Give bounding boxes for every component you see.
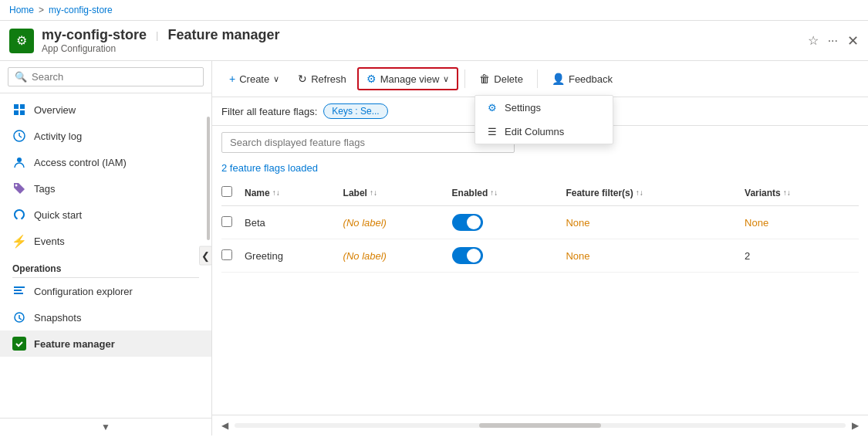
- sidebar-scrollbar[interactable]: [207, 117, 210, 240]
- enabled-toggle-greeting[interactable]: [452, 247, 483, 264]
- svg-rect-2: [14, 110, 19, 115]
- flag-label-beta: (No label): [343, 217, 387, 229]
- select-all-checkbox[interactable]: [221, 186, 232, 197]
- sidebar-item-label: Activity log: [34, 130, 82, 142]
- enabled-column-header[interactable]: Enabled ↑↓: [452, 188, 498, 198]
- sidebar-item-label: Events: [34, 236, 65, 247]
- feedback-icon: 👤: [552, 73, 565, 85]
- feature-filters-sort-icon: ↑↓: [636, 188, 643, 197]
- gear-icon: ⚙: [366, 73, 377, 85]
- scroll-track[interactable]: [235, 423, 846, 428]
- svg-rect-9: [14, 286, 25, 288]
- name-column-header[interactable]: Name ↑↓: [245, 188, 280, 198]
- edit-columns-icon: ☰: [488, 126, 497, 137]
- sidebar-scroll-down[interactable]: ▼: [0, 418, 211, 436]
- scroll-thumb: [479, 423, 601, 428]
- header-divider: |: [156, 29, 158, 41]
- variants-beta: None: [745, 217, 768, 229]
- svg-rect-13: [14, 338, 25, 349]
- feature-filters-column-header[interactable]: Feature filter(s) ↑↓: [566, 188, 643, 198]
- toolbar-separator-1: [464, 69, 465, 88]
- configuration-explorer-icon: [12, 284, 26, 298]
- breadcrumb-separator: >: [39, 5, 44, 15]
- feature-flags-table: Name ↑↓ Label ↑↓ Enabled: [221, 180, 859, 273]
- activity-log-icon: [12, 129, 26, 143]
- create-dropdown-arrow: ∨: [273, 74, 279, 84]
- svg-line-6: [19, 136, 22, 137]
- sidebar-collapse-button[interactable]: ❮: [199, 246, 211, 266]
- manage-view-button[interactable]: ⚙ Manage view ∨: [357, 67, 459, 90]
- filter-label: Filter all feature flags:: [221, 106, 317, 117]
- enabled-toggle-beta[interactable]: [452, 214, 483, 231]
- close-icon[interactable]: ✕: [847, 32, 859, 49]
- operations-section-header: Operations: [0, 254, 211, 277]
- more-options-icon[interactable]: ···: [828, 34, 838, 48]
- horizontal-scrollbar: ◀ ▶: [212, 415, 868, 436]
- delete-button[interactable]: 🗑 Delete: [471, 69, 531, 89]
- tags-icon: [12, 181, 26, 195]
- flag-name-beta[interactable]: Beta: [245, 206, 343, 239]
- sidebar-item-label: Quick start: [34, 209, 82, 221]
- sidebar-item-events[interactable]: ⚡ Events: [0, 228, 211, 254]
- toolbar-separator-2: [537, 69, 538, 88]
- sidebar-item-label: Feature manager: [34, 338, 115, 350]
- page-header: ⚙ my-config-store | Feature manager App …: [0, 21, 868, 61]
- refresh-button[interactable]: ↻ Refresh: [290, 69, 354, 89]
- app-subtitle: App Configuration: [42, 43, 279, 54]
- settings-menu-item[interactable]: ⚙ Settings: [475, 96, 613, 120]
- row-checkbox-greeting[interactable]: [221, 249, 232, 260]
- sidebar-item-access-control[interactable]: Access control (IAM): [0, 149, 211, 175]
- sidebar-item-label: Snapshots: [34, 312, 81, 324]
- plus-icon: +: [229, 73, 235, 85]
- sidebar-item-quick-start[interactable]: Quick start: [0, 202, 211, 228]
- collapse-icon: ❮: [201, 250, 210, 262]
- flag-name-greeting[interactable]: Greeting: [245, 239, 343, 273]
- breadcrumb-home[interactable]: Home: [9, 5, 34, 15]
- variants-greeting: 2: [745, 239, 859, 273]
- feature-filters-greeting: None: [566, 250, 589, 262]
- feedback-button[interactable]: 👤 Feedback: [544, 69, 620, 89]
- access-control-icon: [12, 155, 26, 169]
- feature-filters-beta: None: [566, 217, 589, 229]
- svg-rect-10: [14, 290, 22, 291]
- label-column-header[interactable]: Label ↑↓: [343, 188, 377, 198]
- toggle-knob: [467, 249, 481, 263]
- sidebar-item-snapshots[interactable]: Snapshots: [0, 304, 211, 330]
- create-button[interactable]: + Create ∨: [221, 69, 287, 89]
- svg-rect-11: [14, 293, 23, 294]
- breadcrumb: Home > my-config-store: [0, 0, 868, 21]
- svg-point-7: [17, 158, 22, 162]
- refresh-icon: ↻: [298, 73, 307, 85]
- svg-rect-0: [14, 104, 19, 109]
- sidebar-item-label: Overview: [34, 104, 76, 116]
- sidebar-item-feature-manager[interactable]: Feature manager: [0, 330, 211, 357]
- sidebar-item-activity-log[interactable]: Activity log: [0, 123, 211, 149]
- breadcrumb-current[interactable]: my-config-store: [49, 5, 113, 15]
- enabled-sort-icon: ↑↓: [490, 188, 498, 197]
- manage-view-dropdown: ⚙ Settings ☰ Edit Columns: [475, 95, 613, 144]
- edit-columns-menu-item[interactable]: ☰ Edit Columns: [475, 120, 613, 144]
- overview-icon: [12, 103, 26, 117]
- feature-flags-search-input[interactable]: [221, 132, 515, 153]
- flag-label-greeting: (No label): [343, 250, 387, 262]
- search-input[interactable]: [32, 71, 197, 83]
- sidebar-item-tags[interactable]: Tags: [0, 175, 211, 202]
- snapshots-icon: [12, 310, 26, 324]
- sidebar-search-container: 🔍: [0, 61, 211, 93]
- sidebar-item-configuration-explorer[interactable]: Configuration explorer: [0, 278, 211, 304]
- svg-rect-1: [20, 104, 25, 109]
- delete-icon: 🗑: [479, 73, 490, 85]
- filter-chip[interactable]: Keys : Se...: [323, 103, 387, 119]
- variants-column-header[interactable]: Variants ↑↓: [745, 188, 791, 198]
- scroll-right-arrow[interactable]: ▶: [849, 419, 862, 432]
- sidebar-item-overview[interactable]: Overview: [0, 97, 211, 123]
- resource-name: my-config-store: [42, 27, 147, 43]
- scroll-left-arrow[interactable]: ◀: [218, 419, 231, 432]
- favorite-icon[interactable]: ☆: [808, 33, 819, 48]
- toggle-knob: [467, 215, 481, 229]
- sidebar-item-label: Configuration explorer: [34, 286, 133, 297]
- search-icon: 🔍: [15, 71, 27, 83]
- app-icon: ⚙: [9, 29, 34, 53]
- row-checkbox-beta[interactable]: [221, 216, 232, 227]
- svg-rect-3: [20, 110, 25, 115]
